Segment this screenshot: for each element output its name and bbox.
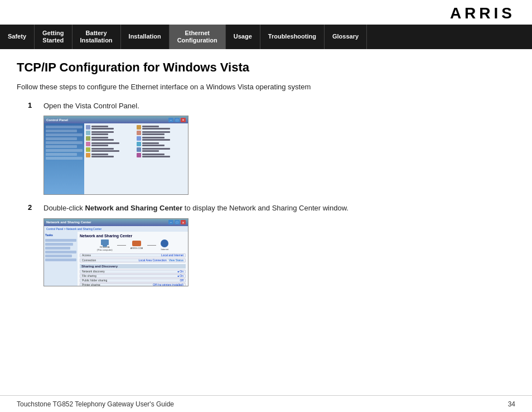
cp-item-icon	[86, 142, 90, 146]
nsc-connection-value: Local Area Connection	[138, 258, 166, 262]
nav-item-glossary[interactable]: Glossary	[325, 25, 367, 49]
cp-body	[44, 123, 188, 194]
nsc-breadcrumb: Control Panel > Network and Sharing Cent…	[44, 226, 188, 232]
step-1: 1 Open the Vista Control Panel. Control …	[28, 100, 515, 195]
nd-pc-icon	[101, 239, 109, 245]
nd-router-icon	[132, 241, 141, 246]
nsc-public-value: Off	[180, 279, 183, 282]
cp-item-line	[91, 154, 108, 155]
cp-item-text	[91, 131, 114, 135]
cp-item-icon	[86, 147, 90, 152]
cp-maximize-btn: □	[175, 118, 180, 122]
nsc-tasks-label: Tasks	[45, 233, 76, 237]
nd-internet-node: Internet	[161, 239, 168, 251]
cp-grid-item	[86, 142, 136, 146]
cp-titlebar-title: Control Panel	[46, 118, 168, 122]
cp-close-btn: ✕	[181, 118, 186, 122]
nav-item-installation[interactable]: Installation	[121, 25, 170, 49]
cp-sidebar-item	[46, 157, 83, 160]
navigation-bar: Safety GettingStarted BatteryInstallatio…	[0, 25, 532, 49]
steps-container: 1 Open the Vista Control Panel. Control …	[28, 100, 515, 286]
cp-items-grid	[84, 123, 188, 194]
step-2-text: Double-click Network and Sharing Center …	[43, 203, 515, 214]
cp-sidebar-item	[46, 153, 77, 156]
cp-item-line	[142, 145, 165, 146]
nsc-panel-title: Network and Sharing Center	[80, 234, 186, 238]
nsc-access-label: Access	[82, 253, 161, 257]
footer: Touchstone TG852 Telephony Gateway User'…	[0, 395, 532, 412]
cp-sidebar-item	[46, 141, 83, 144]
cp-item-text	[142, 154, 170, 157]
nav-item-battery-installation[interactable]: BatteryInstallation	[72, 25, 121, 49]
nd-computer-node: RCa982A(This computer)	[97, 239, 113, 251]
nsc-sharing-section: Sharing and Discovery Network discovery …	[80, 264, 186, 286]
nsc-minimize-btn: –	[168, 220, 173, 224]
nsc-file-label: File sharing	[82, 274, 177, 277]
cp-item-line	[91, 150, 119, 152]
cp-sidebar-item	[46, 137, 77, 140]
cp-item-line	[91, 131, 114, 133]
nd-globe-icon	[161, 239, 168, 247]
nsc-left-item	[45, 239, 76, 242]
nsc-maximize-btn: □	[175, 220, 180, 224]
nsc-right-panel: Network and Sharing Center RCa982A(This …	[78, 232, 188, 286]
cp-grid-item	[137, 125, 186, 130]
nsc-public-label: Public folder sharing	[82, 279, 180, 282]
nd-connector-1	[117, 245, 126, 246]
cp-grid-item	[137, 147, 186, 152]
cp-item-text	[91, 148, 119, 152]
cp-grid-item	[86, 153, 136, 157]
cp-item-icon	[137, 131, 141, 135]
nsc-sharing-row-discovery: Network discovery ● On	[80, 270, 186, 274]
nsc-titlebar-buttons: – □ ✕	[168, 220, 186, 224]
nav-item-usage[interactable]: Usage	[226, 25, 260, 49]
cp-item-line	[142, 154, 165, 155]
arris-logo: ARRIS	[450, 4, 515, 22]
cp-item-line	[142, 128, 170, 130]
cp-sidebar-item	[46, 133, 83, 136]
nsc-connection-label: Connection	[82, 258, 138, 262]
nav-item-troubleshooting[interactable]: Troubleshooting	[260, 25, 325, 49]
cp-item-text	[91, 154, 114, 157]
nsc-sharing-rows: Network discovery ● On File sharing ● On	[80, 270, 186, 286]
cp-item-icon	[137, 136, 141, 141]
nav-item-getting-started[interactable]: GettingStarted	[35, 25, 72, 49]
cp-sidebar-item	[46, 149, 83, 152]
nsc-sharing-title: Sharing and Discovery	[80, 264, 186, 269]
nsc-breadcrumb-text: Control Panel > Network and Sharing Cent…	[46, 227, 101, 231]
cp-item-line	[91, 145, 108, 146]
nav-item-safety[interactable]: Safety	[0, 25, 35, 49]
cp-item-line	[142, 142, 159, 144]
cp-item-line	[91, 139, 114, 141]
nsc-left-item	[45, 251, 76, 253]
main-content: TCP/IP Configuration for Windows Vista F…	[0, 49, 532, 300]
nav-item-ethernet-configuration[interactable]: EthernetConfiguration	[170, 25, 226, 49]
nsc-network-diagram: RCa982A(This computer) ARRIS.COM	[80, 239, 186, 251]
nsc-screenshot: Network and Sharing Center – □ ✕ Control…	[43, 218, 188, 286]
cp-item-line	[91, 156, 114, 157]
cp-grid-item	[86, 147, 136, 152]
cp-grid-item	[86, 125, 136, 130]
cp-grid-item	[137, 153, 186, 157]
cp-item-icon	[137, 153, 141, 157]
nsc-info-rows: Access Local and Internet Connection Loc…	[80, 253, 186, 262]
nd-router-label: ARRIS.COM	[130, 247, 143, 250]
nsc-printer-label: Printer sharing	[82, 283, 153, 286]
cp-item-text	[91, 126, 114, 130]
step-2-screenshot-wrapper: Network and Sharing Center – □ ✕ Control…	[43, 218, 515, 286]
nsc-left-item	[45, 255, 72, 257]
cp-item-line	[142, 156, 170, 157]
nsc-printer-value: Off (no printers installed)	[153, 283, 183, 286]
cp-item-icon	[86, 153, 90, 157]
cp-titlebar-buttons: – □ ✕	[168, 118, 186, 122]
nsc-view-status-link[interactable]: View Status	[169, 258, 183, 262]
nsc-discovery-value: ● On	[177, 270, 183, 273]
cp-item-line	[142, 133, 165, 135]
cp-minimize-btn: –	[168, 118, 173, 122]
cp-grid-item	[86, 131, 136, 135]
cp-item-icon	[137, 142, 141, 146]
cp-sidebar-item	[46, 130, 77, 132]
intro-text: Follow these steps to configure the Ethe…	[17, 82, 435, 93]
nd-internet-label: Internet	[161, 248, 169, 251]
cp-item-line	[91, 126, 108, 127]
